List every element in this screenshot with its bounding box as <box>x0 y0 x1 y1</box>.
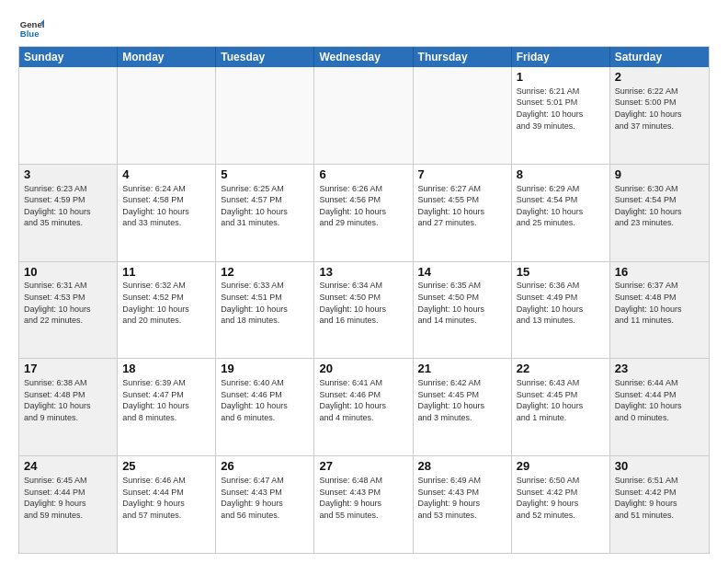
day-cell-24: 24Sunrise: 6:45 AM Sunset: 4:44 PM Dayli… <box>19 456 118 553</box>
empty-cell <box>216 67 314 164</box>
day-cell-18: 18Sunrise: 6:39 AM Sunset: 4:47 PM Dayli… <box>118 359 216 455</box>
day-info: Sunrise: 6:22 AM Sunset: 5:00 PM Dayligh… <box>615 86 704 132</box>
day-number: 21 <box>418 362 506 377</box>
day-cell-6: 6Sunrise: 6:26 AM Sunset: 4:56 PM Daylig… <box>314 165 413 261</box>
logo-icon: General Blue <box>18 15 44 40</box>
day-info: Sunrise: 6:25 AM Sunset: 4:57 PM Dayligh… <box>221 183 309 229</box>
calendar-body: 1Sunrise: 6:21 AM Sunset: 5:01 PM Daylig… <box>19 67 709 553</box>
day-cell-20: 20Sunrise: 6:41 AM Sunset: 4:46 PM Dayli… <box>314 359 413 455</box>
day-number: 25 <box>122 459 210 475</box>
day-info: Sunrise: 6:42 AM Sunset: 4:45 PM Dayligh… <box>418 377 506 423</box>
day-number: 1 <box>517 70 605 86</box>
day-info: Sunrise: 6:24 AM Sunset: 4:58 PM Dayligh… <box>122 183 210 229</box>
day-info: Sunrise: 6:23 AM Sunset: 4:59 PM Dayligh… <box>24 183 112 229</box>
day-number: 3 <box>24 167 112 183</box>
day-number: 23 <box>615 362 704 377</box>
day-number: 29 <box>517 459 605 475</box>
day-number: 16 <box>615 265 704 281</box>
day-cell-5: 5Sunrise: 6:25 AM Sunset: 4:57 PM Daylig… <box>216 165 314 261</box>
day-cell-14: 14Sunrise: 6:35 AM Sunset: 4:50 PM Dayli… <box>414 262 512 359</box>
day-info: Sunrise: 6:47 AM Sunset: 4:43 PM Dayligh… <box>221 475 309 521</box>
day-number: 24 <box>24 459 112 475</box>
day-info: Sunrise: 6:43 AM Sunset: 4:45 PM Dayligh… <box>517 377 605 423</box>
day-number: 22 <box>517 362 605 377</box>
day-number: 14 <box>418 265 506 281</box>
day-number: 19 <box>221 362 309 377</box>
day-cell-8: 8Sunrise: 6:29 AM Sunset: 4:54 PM Daylig… <box>512 165 610 261</box>
day-number: 10 <box>24 265 112 281</box>
day-number: 15 <box>517 265 605 281</box>
day-cell-3: 3Sunrise: 6:23 AM Sunset: 4:59 PM Daylig… <box>19 165 118 261</box>
day-info: Sunrise: 6:46 AM Sunset: 4:44 PM Dayligh… <box>122 475 210 521</box>
day-number: 13 <box>319 265 407 281</box>
page: General Blue SundayMondayTuesdayWednesda… <box>0 0 728 563</box>
day-cell-10: 10Sunrise: 6:31 AM Sunset: 4:53 PM Dayli… <box>19 262 118 359</box>
day-info: Sunrise: 6:36 AM Sunset: 4:49 PM Dayligh… <box>517 280 605 326</box>
svg-text:Blue: Blue <box>20 29 40 39</box>
day-number: 30 <box>615 459 704 475</box>
weekday-header-saturday: Saturday <box>610 47 709 67</box>
day-info: Sunrise: 6:33 AM Sunset: 4:51 PM Dayligh… <box>221 280 309 326</box>
day-cell-9: 9Sunrise: 6:30 AM Sunset: 4:54 PM Daylig… <box>610 165 709 261</box>
day-number: 20 <box>319 362 407 377</box>
day-number: 2 <box>615 70 704 86</box>
weekday-header-wednesday: Wednesday <box>314 47 413 67</box>
day-cell-28: 28Sunrise: 6:49 AM Sunset: 4:43 PM Dayli… <box>414 456 512 553</box>
calendar-row-1: 1Sunrise: 6:21 AM Sunset: 5:01 PM Daylig… <box>19 67 709 165</box>
empty-cell <box>118 67 216 164</box>
day-info: Sunrise: 6:32 AM Sunset: 4:52 PM Dayligh… <box>122 280 210 326</box>
day-info: Sunrise: 6:30 AM Sunset: 4:54 PM Dayligh… <box>615 183 704 229</box>
calendar-row-3: 10Sunrise: 6:31 AM Sunset: 4:53 PM Dayli… <box>19 262 709 360</box>
day-info: Sunrise: 6:26 AM Sunset: 4:56 PM Dayligh… <box>319 183 407 229</box>
day-info: Sunrise: 6:51 AM Sunset: 4:42 PM Dayligh… <box>615 475 704 521</box>
day-number: 17 <box>24 362 112 377</box>
empty-cell <box>414 67 512 164</box>
day-number: 18 <box>122 362 210 377</box>
day-info: Sunrise: 6:27 AM Sunset: 4:55 PM Dayligh… <box>418 183 506 229</box>
day-cell-16: 16Sunrise: 6:37 AM Sunset: 4:48 PM Dayli… <box>610 262 709 359</box>
day-number: 4 <box>122 167 210 183</box>
day-number: 27 <box>319 459 407 475</box>
day-info: Sunrise: 6:38 AM Sunset: 4:48 PM Dayligh… <box>24 377 112 423</box>
day-info: Sunrise: 6:41 AM Sunset: 4:46 PM Dayligh… <box>319 377 407 423</box>
day-cell-23: 23Sunrise: 6:44 AM Sunset: 4:44 PM Dayli… <box>610 359 709 455</box>
day-info: Sunrise: 6:40 AM Sunset: 4:46 PM Dayligh… <box>221 377 309 423</box>
day-cell-25: 25Sunrise: 6:46 AM Sunset: 4:44 PM Dayli… <box>118 456 216 553</box>
day-cell-26: 26Sunrise: 6:47 AM Sunset: 4:43 PM Dayli… <box>216 456 314 553</box>
day-cell-27: 27Sunrise: 6:48 AM Sunset: 4:43 PM Dayli… <box>314 456 413 553</box>
weekday-header-monday: Monday <box>118 47 216 67</box>
day-cell-4: 4Sunrise: 6:24 AM Sunset: 4:58 PM Daylig… <box>118 165 216 261</box>
day-number: 28 <box>418 459 506 475</box>
day-cell-30: 30Sunrise: 6:51 AM Sunset: 4:42 PM Dayli… <box>610 456 709 553</box>
weekday-header-tuesday: Tuesday <box>216 47 314 67</box>
day-info: Sunrise: 6:39 AM Sunset: 4:47 PM Dayligh… <box>122 377 210 423</box>
weekday-header-sunday: Sunday <box>19 47 118 67</box>
day-cell-15: 15Sunrise: 6:36 AM Sunset: 4:49 PM Dayli… <box>512 262 610 359</box>
day-cell-21: 21Sunrise: 6:42 AM Sunset: 4:45 PM Dayli… <box>414 359 512 455</box>
day-number: 9 <box>615 167 704 183</box>
day-cell-17: 17Sunrise: 6:38 AM Sunset: 4:48 PM Dayli… <box>19 359 118 455</box>
day-number: 6 <box>319 167 407 183</box>
day-info: Sunrise: 6:37 AM Sunset: 4:48 PM Dayligh… <box>615 280 704 326</box>
day-cell-12: 12Sunrise: 6:33 AM Sunset: 4:51 PM Dayli… <box>216 262 314 359</box>
day-cell-1: 1Sunrise: 6:21 AM Sunset: 5:01 PM Daylig… <box>512 67 610 164</box>
calendar-row-4: 17Sunrise: 6:38 AM Sunset: 4:48 PM Dayli… <box>19 359 709 456</box>
day-cell-2: 2Sunrise: 6:22 AM Sunset: 5:00 PM Daylig… <box>610 67 709 164</box>
day-info: Sunrise: 6:49 AM Sunset: 4:43 PM Dayligh… <box>418 475 506 521</box>
day-number: 8 <box>517 167 605 183</box>
logo: General Blue <box>18 15 44 40</box>
day-cell-11: 11Sunrise: 6:32 AM Sunset: 4:52 PM Dayli… <box>118 262 216 359</box>
empty-cell <box>19 67 118 164</box>
day-info: Sunrise: 6:29 AM Sunset: 4:54 PM Dayligh… <box>517 183 605 229</box>
day-cell-29: 29Sunrise: 6:50 AM Sunset: 4:42 PM Dayli… <box>512 456 610 553</box>
header: General Blue <box>18 15 710 40</box>
day-number: 11 <box>122 265 210 281</box>
empty-cell <box>314 67 413 164</box>
day-cell-22: 22Sunrise: 6:43 AM Sunset: 4:45 PM Dayli… <box>512 359 610 455</box>
day-cell-13: 13Sunrise: 6:34 AM Sunset: 4:50 PM Dayli… <box>314 262 413 359</box>
calendar: SundayMondayTuesdayWednesdayThursdayFrid… <box>18 46 710 554</box>
weekday-header-friday: Friday <box>512 47 610 67</box>
day-info: Sunrise: 6:50 AM Sunset: 4:42 PM Dayligh… <box>517 475 605 521</box>
day-info: Sunrise: 6:34 AM Sunset: 4:50 PM Dayligh… <box>319 280 407 326</box>
calendar-header: SundayMondayTuesdayWednesdayThursdayFrid… <box>19 47 709 67</box>
